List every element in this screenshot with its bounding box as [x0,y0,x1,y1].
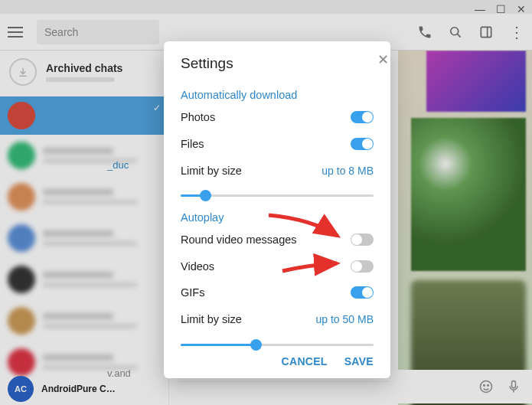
cancel-button[interactable]: CANCEL [282,355,328,367]
gifs-row: GIFs [181,279,374,306]
settings-modal: ✕ Settings Automatically download Photos… [164,41,390,378]
videos-toggle[interactable] [351,260,374,273]
videos-label: Videos [181,260,214,273]
gifs-toggle[interactable] [351,286,374,299]
photos-toggle[interactable] [351,111,374,123]
limit-slider-2[interactable] [181,333,374,356]
round-video-label: Round video messages [181,234,297,246]
gifs-label: GIFs [181,286,204,299]
auto-download-section: Automatically download [181,89,374,101]
modal-title: Settings [181,55,374,72]
videos-row: Videos [181,253,374,279]
limit-value-1: up to 8 MB [321,165,374,177]
autoplay-section: Autoplay [181,211,374,224]
files-label: Files [181,138,204,150]
save-button[interactable]: SAVE [344,355,374,367]
limit-label-2: Limit by size [181,313,242,325]
photos-row: Photos [181,104,374,131]
limit-row-1: Limit by size up to 8 MB [181,157,374,184]
close-icon[interactable]: ✕ [372,49,393,70]
round-video-toggle[interactable] [351,234,374,246]
photos-label: Photos [181,111,215,123]
round-video-row: Round video messages [181,227,374,253]
limit-value-2: up to 50 MB [316,313,374,325]
limit-row-2: Limit by size up to 50 MB [181,306,374,333]
files-toggle[interactable] [351,138,374,150]
limit-label: Limit by size [181,165,242,177]
modal-actions: CANCEL SAVE [181,355,374,367]
limit-slider-1[interactable] [181,184,374,207]
files-row: Files [181,131,374,158]
